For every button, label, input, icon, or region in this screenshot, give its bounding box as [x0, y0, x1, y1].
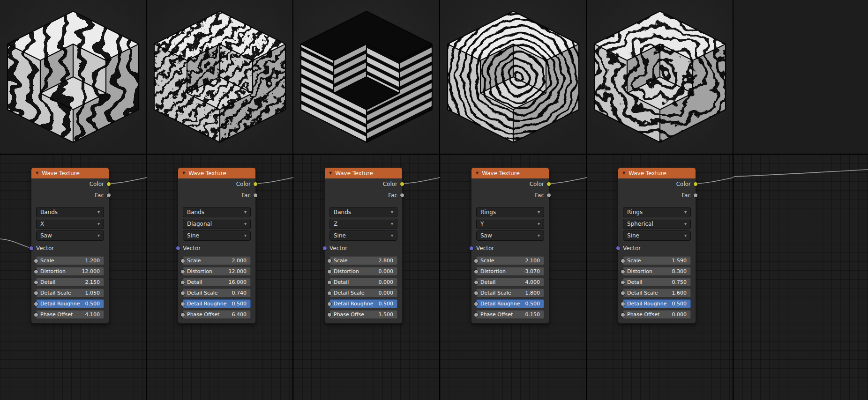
detail-scale-slider[interactable]: Detail Scale 1.050 — [36, 289, 104, 297]
node-header[interactable]: ▼ Wave Texture — [325, 168, 402, 178]
wave-type-select[interactable]: Bands ▾ — [183, 207, 251, 217]
param-input-socket[interactable] — [621, 302, 625, 306]
bands-direction-select[interactable]: X ▾ — [36, 219, 104, 229]
param-input-socket[interactable] — [327, 259, 332, 263]
vector-input-socket[interactable] — [469, 246, 474, 251]
vector-input-socket[interactable] — [322, 246, 327, 251]
collapse-icon[interactable]: ▼ — [329, 171, 332, 175]
detail-scale-slider[interactable]: Detail Scale 0.740 — [183, 289, 251, 297]
detail-slider[interactable]: Detail 0.000 — [329, 278, 397, 287]
bands-direction-select[interactable]: Spherical ▾ — [623, 219, 691, 229]
detail-roughness-slider[interactable]: Detail Roughne 0.500 — [329, 299, 397, 308]
vector-input-socket[interactable] — [616, 246, 621, 251]
param-input-socket[interactable] — [327, 280, 332, 285]
phase-offset-slider[interactable]: Phase Offset 0.150 — [476, 310, 544, 319]
param-input-socket[interactable] — [474, 269, 479, 274]
scale-slider[interactable]: Scale 1.200 — [36, 256, 104, 265]
param-input-socket[interactable] — [34, 312, 38, 317]
param-input-socket[interactable] — [34, 259, 38, 263]
phase-offset-slider[interactable]: Phase Offset 0.000 — [623, 310, 691, 319]
color-output-socket[interactable] — [253, 182, 258, 186]
wave-texture-node[interactable]: ▼ Wave Texture Color Fac Bands ▾ X ▾ Saw… — [31, 167, 109, 324]
wave-texture-node[interactable]: ▼ Wave Texture Color Fac Rings ▾ Spheric… — [618, 167, 696, 324]
detail-roughness-slider[interactable]: Detail Roughne 0.500 — [623, 299, 691, 308]
param-input-socket[interactable] — [180, 302, 185, 306]
param-input-socket[interactable] — [327, 312, 332, 317]
node-editor-canvas[interactable]: ▼ Wave Texture Color Fac Rings ▾ Y ▾ Saw… — [440, 155, 587, 400]
wave-type-select[interactable]: Rings ▾ — [623, 207, 691, 217]
param-input-socket[interactable] — [474, 302, 479, 306]
param-input-socket[interactable] — [621, 312, 625, 317]
color-output-socket[interactable] — [546, 182, 551, 186]
node-editor-canvas[interactable]: ▼ Wave Texture Color Fac Rings ▾ Spheric… — [587, 155, 733, 400]
param-input-socket[interactable] — [327, 269, 332, 274]
detail-scale-slider[interactable]: Detail Scale 1.600 — [623, 289, 691, 297]
collapse-icon[interactable]: ▼ — [622, 171, 625, 175]
distortion-slider[interactable]: Distortion -3.070 — [476, 267, 544, 276]
distortion-slider[interactable]: Distortion 8.300 — [623, 267, 691, 276]
fac-output-socket[interactable] — [106, 193, 111, 198]
wave-type-select[interactable]: Rings ▾ — [476, 207, 544, 217]
wave-texture-node[interactable]: ▼ Wave Texture Color Fac Bands ▾ Diagona… — [178, 167, 256, 324]
param-input-socket[interactable] — [474, 259, 479, 263]
param-input-socket[interactable] — [180, 269, 185, 274]
color-output-socket[interactable] — [400, 182, 404, 186]
collapse-icon[interactable]: ▼ — [476, 171, 479, 175]
detail-slider[interactable]: Detail 2.150 — [36, 278, 104, 287]
param-input-socket[interactable] — [327, 302, 332, 306]
param-input-socket[interactable] — [180, 259, 185, 263]
scale-slider[interactable]: Scale 2.800 — [329, 256, 397, 265]
param-input-socket[interactable] — [621, 269, 625, 274]
detail-roughness-slider[interactable]: Detail Roughne 0.500 — [183, 299, 251, 308]
scale-slider[interactable]: Scale 2.000 — [183, 256, 251, 265]
node-editor-canvas[interactable]: ▼ Wave Texture Color Fac Bands ▾ Z ▾ Sin… — [293, 155, 440, 400]
wave-texture-node[interactable]: ▼ Wave Texture Color Fac Bands ▾ Z ▾ Sin… — [324, 167, 403, 324]
param-input-socket[interactable] — [180, 312, 185, 317]
param-input-socket[interactable] — [474, 291, 479, 296]
param-input-socket[interactable] — [621, 280, 625, 285]
detail-roughness-slider[interactable]: Detail Roughne 0.500 — [36, 299, 104, 308]
phase-offset-slider[interactable]: Phase Offset 4.100 — [36, 310, 104, 319]
wave-type-select[interactable]: Bands ▾ — [36, 207, 104, 217]
node-header[interactable]: ▼ Wave Texture — [618, 168, 696, 178]
collapse-icon[interactable]: ▼ — [182, 171, 185, 175]
param-input-socket[interactable] — [621, 259, 625, 263]
scale-slider[interactable]: Scale 1.590 — [623, 256, 691, 265]
collapse-icon[interactable]: ▼ — [36, 171, 38, 175]
fac-output-socket[interactable] — [400, 193, 404, 198]
node-header[interactable]: ▼ Wave Texture — [471, 168, 549, 178]
param-input-socket[interactable] — [327, 291, 332, 296]
param-input-socket[interactable] — [621, 291, 625, 296]
distortion-slider[interactable]: Distortion 0.000 — [329, 267, 397, 276]
wave-profile-select[interactable]: Saw ▾ — [36, 230, 104, 241]
detail-scale-slider[interactable]: Detail Scale 0.000 — [329, 289, 397, 297]
phase-offset-slider[interactable]: Phase Offset 6.400 — [183, 310, 251, 319]
fac-output-socket[interactable] — [693, 193, 698, 198]
bands-direction-select[interactable]: Diagonal ▾ — [183, 219, 251, 229]
wave-profile-select[interactable]: Sine ▾ — [183, 230, 251, 241]
wave-profile-select[interactable]: Sine ▾ — [623, 230, 691, 241]
param-input-socket[interactable] — [34, 269, 38, 274]
detail-scale-slider[interactable]: Detail Scale 1.800 — [476, 289, 544, 297]
distortion-slider[interactable]: Distortion 12.000 — [183, 267, 251, 276]
fac-output-socket[interactable] — [546, 193, 551, 198]
param-input-socket[interactable] — [180, 280, 185, 285]
detail-slider[interactable]: Detail 4.000 — [476, 278, 544, 287]
param-input-socket[interactable] — [474, 280, 479, 285]
node-header[interactable]: ▼ Wave Texture — [178, 168, 255, 178]
fac-output-socket[interactable] — [253, 193, 258, 198]
node-editor-canvas[interactable] — [733, 155, 868, 400]
bands-direction-select[interactable]: Z ▾ — [329, 219, 397, 229]
detail-roughness-slider[interactable]: Detail Roughne 0.500 — [476, 299, 544, 308]
param-input-socket[interactable] — [34, 302, 38, 306]
node-editor-canvas[interactable]: ▼ Wave Texture Color Fac Bands ▾ Diagona… — [147, 155, 293, 400]
node-header[interactable]: ▼ Wave Texture — [31, 168, 109, 178]
vector-input-socket[interactable] — [176, 246, 180, 251]
phase-offset-slider[interactable]: Phase Offse -1.500 — [329, 310, 397, 319]
color-output-socket[interactable] — [106, 182, 111, 186]
wave-type-select[interactable]: Bands ▾ — [329, 207, 397, 217]
param-input-socket[interactable] — [34, 280, 38, 285]
wave-profile-select[interactable]: Sine ▾ — [329, 230, 397, 241]
param-input-socket[interactable] — [474, 312, 479, 317]
detail-slider[interactable]: Detail 0.750 — [623, 278, 691, 287]
